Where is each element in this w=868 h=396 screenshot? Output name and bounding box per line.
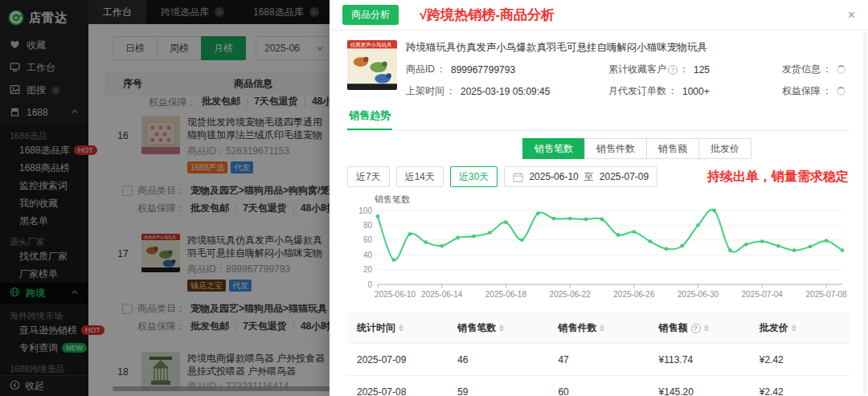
range-tab-近14天[interactable]: 近14天 [396, 166, 444, 187]
panel-scrollbar[interactable] [863, 32, 867, 394]
stats-row: 2025-07-085960¥145.20¥2.42 [347, 376, 850, 396]
svg-text:2025-06-10: 2025-06-10 [375, 290, 416, 299]
product-image: 仿真发声小鸟玩具 [347, 40, 397, 90]
header-inner: 销售额? [659, 321, 740, 335]
metric-tab-销售笔数[interactable]: 销售笔数 [522, 138, 585, 159]
help-icon: ? [691, 324, 701, 333]
svg-text:100: 100 [358, 206, 372, 215]
sort-asc-icon [792, 325, 796, 328]
product-field-累计收藏客户: 累计收藏客户?：125 [608, 63, 782, 76]
sort-asc-icon [499, 325, 504, 328]
stats-cell: 2025-07-08 [347, 376, 448, 396]
loading-spinner-icon [837, 65, 845, 74]
stats-row: 2025-07-094647¥113.74¥2.42 [347, 344, 850, 376]
svg-text:60: 60 [363, 235, 373, 244]
stats-cell: ¥145.20 [649, 376, 750, 396]
annotation-title: √跨境热销榜-商品分析 [420, 6, 555, 24]
sort-desc-icon [499, 329, 504, 332]
app-window: 店雷达 收藏工作台图搜?1688 1688选品1688选品库HOT1688商品榜… [0, 0, 868, 396]
sort-asc-icon [600, 325, 604, 328]
header-inner: 批发价 [760, 321, 841, 335]
date-range-picker[interactable]: 2025-06-10 至 2025-07-09 [504, 166, 657, 187]
metric-tab-group: 销售笔数销售件数销售额批发价 [522, 138, 751, 159]
header-inner: 销售件数 [558, 321, 639, 335]
colon: ： [446, 84, 456, 98]
stats-cell: 60 [548, 376, 649, 396]
header-label: 销售笔数 [457, 321, 496, 335]
field-label: 累计收藏客户 [608, 63, 666, 76]
date-range-separator: 至 [584, 170, 594, 184]
sort-icon[interactable] [399, 325, 403, 332]
sort-icon[interactable] [792, 325, 796, 332]
sort-desc-icon [399, 329, 403, 332]
stats-col-header-批发价[interactable]: 批发价 [750, 313, 850, 344]
stats-cell: 46 [448, 344, 548, 376]
svg-text:2025-07-04: 2025-07-04 [742, 290, 784, 299]
range-row: 近7天近14天近30天 2025-06-10 至 2025-07-09 持续出单… [347, 166, 850, 187]
field-value: 899967799793 [451, 64, 515, 76]
stats-cell: 47 [548, 344, 649, 376]
product-field-月代发订单数: 月代发订单数：1000+ [608, 84, 782, 98]
stats-cell: 59 [448, 376, 548, 396]
chart-plot-area: 0204060801002025-06-102025-06-142025-06-… [347, 206, 850, 306]
metric-tab-批发价[interactable]: 批发价 [698, 138, 751, 159]
daily-stats-table: 统计时间销售笔数销售件数销售额?批发价 2025-07-094647¥113.7… [347, 312, 850, 396]
sort-asc-icon [704, 325, 709, 328]
svg-text:0: 0 [367, 280, 372, 289]
metric-row: 销售笔数销售件数销售额批发价 [347, 138, 850, 159]
stats-cell: 2025-07-09 [347, 344, 448, 376]
stats-col-header-销售件数[interactable]: 销售件数 [548, 313, 649, 344]
date-range-end: 2025-07-09 [600, 171, 649, 182]
svg-text:2025-06-22: 2025-06-22 [550, 290, 592, 299]
header-label: 销售件数 [558, 321, 596, 335]
product-field-权益保障: 权益保障： [782, 84, 850, 98]
metric-tab-销售件数[interactable]: 销售件数 [584, 138, 647, 159]
header-label: 统计时间 [357, 321, 395, 335]
sort-desc-icon [600, 329, 604, 332]
help-icon: ? [668, 65, 678, 75]
sort-icon[interactable] [600, 325, 604, 332]
svg-text:40: 40 [363, 251, 373, 259]
product-title: 跨境猫玩具仿真发声小鸟爆款真羽毛可悬挂自嗨解闷小猫咪宠物玩具 [406, 41, 850, 55]
product-field-发货信息: 发货信息： [782, 63, 850, 76]
stats-col-header-统计时间[interactable]: 统计时间 [347, 313, 448, 344]
svg-text:仿真发声小鸟玩具: 仿真发声小鸟玩具 [350, 42, 392, 48]
trend-tabs-row: 销售趋势 [347, 108, 850, 131]
field-label: 月代发订单数 [608, 84, 666, 98]
calendar-icon [513, 172, 523, 182]
range-tab-近7天[interactable]: 近7天 [347, 166, 390, 187]
close-icon[interactable]: × [848, 9, 855, 22]
product-summary: 仿真发声小鸟玩具 跨境猫玩具仿真发声小鸟爆款真羽毛可悬挂自嗨解闷小猫咪宠物玩具 … [347, 40, 850, 98]
field-value: 2025-03-19 05:09:45 [461, 86, 550, 97]
chart-y-axis-title: 销售笔数 [375, 194, 850, 206]
range-tab-近30天[interactable]: 近30天 [450, 166, 497, 187]
stats-cell: ¥2.42 [750, 376, 850, 396]
chart-svg: 0204060801002025-06-102025-06-142025-06-… [347, 206, 850, 304]
stats-col-header-销售额[interactable]: 销售额? [649, 313, 750, 344]
svg-text:80: 80 [363, 221, 373, 230]
sort-asc-icon [399, 325, 403, 328]
header-label: 销售额 [659, 321, 688, 335]
product-field-商品ID: 商品ID：899967799793 [406, 63, 608, 76]
header-label: 批发价 [760, 321, 788, 335]
svg-text:20: 20 [363, 265, 373, 274]
modal-mask [0, 0, 330, 396]
header-inner: 统计时间 [357, 321, 438, 335]
product-analysis-panel: 商品分析 √跨境热销榜-商品分析 × 仿真发声小鸟玩具 跨境猫玩具仿真发声小鸟爆… [330, 0, 868, 396]
colon: ： [668, 84, 678, 98]
svg-text:2025-06-14: 2025-06-14 [421, 290, 463, 299]
field-label: 发货信息 [782, 63, 821, 76]
tab-sales-trend[interactable]: 销售趋势 [347, 108, 392, 130]
sort-desc-icon [704, 329, 709, 332]
colon: ： [679, 63, 689, 76]
panel-header: 商品分析 √跨境热销榜-商品分析 × [330, 0, 868, 31]
stats-header-row: 统计时间销售笔数销售件数销售额?批发价 [347, 313, 850, 344]
stats-cell: ¥113.74 [649, 344, 750, 376]
sort-icon[interactable] [704, 325, 709, 332]
stats-col-header-销售笔数[interactable]: 销售笔数 [448, 313, 548, 344]
metric-tab-销售额[interactable]: 销售额 [646, 138, 699, 159]
svg-text:2025-06-30: 2025-06-30 [678, 290, 719, 299]
range-tab-group: 近7天近14天近30天 [347, 166, 504, 187]
sort-icon[interactable] [499, 325, 504, 332]
product-fields: 商品ID：899967799793累计收藏客户?：125发货信息：上架时间：20… [406, 63, 850, 98]
